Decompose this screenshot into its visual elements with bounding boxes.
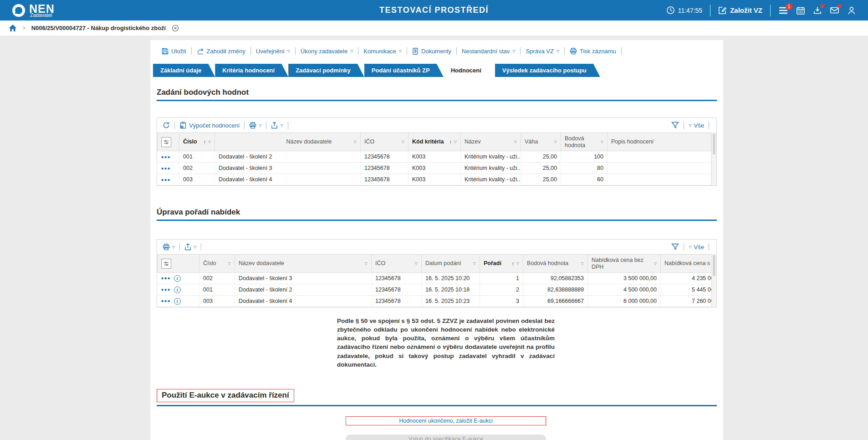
info-icon[interactable]: i xyxy=(174,287,181,293)
show-all-filter[interactable]: ▽ Vše xyxy=(689,244,704,251)
breadcrumb-close-icon[interactable] xyxy=(172,25,179,32)
tab-zakladni-udaje[interactable]: Základní údaje xyxy=(153,64,215,77)
breadcrumb-item[interactable]: N006/25/V00004727 - Nákup drogistického … xyxy=(31,25,166,31)
chevron-down-icon: ▽ xyxy=(259,124,261,128)
column-header-popis[interactable]: Popis hodnocení xyxy=(608,133,711,151)
refresh-button[interactable] xyxy=(163,122,170,129)
column-header-dodavatel[interactable]: Název dodavatele▽ xyxy=(235,255,372,273)
filter-caret-icon[interactable]: ▽ xyxy=(581,262,584,266)
inbox-button[interactable] xyxy=(813,6,822,15)
column-header-ico[interactable]: IČO▽ xyxy=(361,133,408,151)
filter-caret-icon[interactable]: ▽ xyxy=(402,140,404,144)
filter-caret-icon[interactable]: ▽ xyxy=(228,262,231,266)
grid-print-button[interactable]: ▽ xyxy=(163,244,175,251)
filter-caret-icon[interactable]: ▽ xyxy=(208,140,211,144)
column-header-poradi[interactable]: Pořadí↑▽ xyxy=(480,255,523,273)
row-actions-icon[interactable]: ●●● xyxy=(161,177,171,182)
chevron-down-icon: ▽ xyxy=(689,246,691,249)
grid-export-button[interactable]: ▽ xyxy=(271,122,283,129)
column-header-dodavatel[interactable]: Název dodavatele▽ xyxy=(215,133,361,151)
tab-kriteria-hodnoceni[interactable]: Kritéria hodnocení xyxy=(215,64,288,77)
column-settings-icon[interactable] xyxy=(161,259,171,269)
grid-export-button[interactable]: ▽ xyxy=(184,243,196,251)
nen-logo[interactable]: NEN Zadavatel xyxy=(12,3,55,18)
publish-menu[interactable]: Uveřejnění ▽ xyxy=(251,48,295,55)
tab-zadavaci-podminky[interactable]: Zadávací podmínky xyxy=(288,64,364,77)
table-scrollbar[interactable] xyxy=(711,254,716,307)
tab-hodnoceni[interactable]: Hodnocení xyxy=(444,64,495,77)
calculate-scoring-button[interactable]: Výpočet hodnocení xyxy=(179,122,240,129)
filter-button[interactable] xyxy=(671,122,679,129)
grid-print-button[interactable]: ▽ xyxy=(249,122,261,129)
filter-caret-icon[interactable]: ▽ xyxy=(654,262,657,266)
print-record-button[interactable]: Tisk záznamu xyxy=(565,48,621,55)
nonstandard-state-menu[interactable]: Nestandardní stav ▽ xyxy=(457,48,521,55)
tab-podani-ucastniku[interactable]: Podání účastníků ZP xyxy=(364,64,444,77)
row-actions-icon[interactable]: ●●● xyxy=(161,276,171,281)
column-settings-icon[interactable] xyxy=(161,137,171,147)
documents-button[interactable]: Dokumenty xyxy=(407,48,456,55)
filter-caret-icon[interactable]: ▽ xyxy=(354,140,357,144)
communication-menu[interactable]: Komunikace ▽ xyxy=(358,48,407,55)
tab-vysledek[interactable]: Výsledek zadávacího postupu xyxy=(495,64,600,77)
messages-button[interactable] xyxy=(830,6,839,15)
column-header-ico[interactable]: IČO▽ xyxy=(372,255,422,273)
filter-caret-icon[interactable]: ▽ xyxy=(365,262,368,266)
contracting-actions-menu[interactable]: Úkony zadavatele ▽ xyxy=(296,48,358,55)
column-header-cena-s-dph[interactable]: Nabídková cena s DPH xyxy=(661,255,712,273)
divider xyxy=(770,5,771,16)
cell-dodavatel: Dodavatel - školení 3 xyxy=(235,273,372,284)
column-header-bodova-hodnota[interactable]: Bodová hodnota▽ xyxy=(523,255,588,273)
column-header-cena-bez-dph[interactable]: Nabídková cena bez DPH▽ xyxy=(588,255,661,273)
column-header-vaha[interactable]: Váha▽ xyxy=(521,133,561,151)
table-scrollbar[interactable] xyxy=(711,133,716,185)
column-header-cislo[interactable]: Číslo↑▽ xyxy=(179,133,215,151)
divider xyxy=(684,122,684,129)
calendar-button[interactable] xyxy=(796,6,805,15)
filter-caret-icon[interactable]: ▽ xyxy=(473,262,476,266)
column-header-nazev[interactable]: Název▽ xyxy=(461,133,521,151)
filter-caret-icon[interactable]: ▽ xyxy=(554,140,557,144)
column-header-datum-podani[interactable]: Datum podání▽ xyxy=(422,255,480,273)
info-icon[interactable]: i xyxy=(174,275,181,282)
table-row: ●●● 003 Dodavatel - školení 4 12345678 K… xyxy=(158,174,711,185)
user-button[interactable] xyxy=(847,6,856,15)
filter-caret-icon[interactable]: ▽ xyxy=(601,140,603,144)
cell-cislo: 003 xyxy=(199,296,235,307)
cell-kod: K003 xyxy=(408,174,461,185)
discard-changes-button[interactable]: Zahodit změny xyxy=(192,48,250,55)
menu-badge: 1 xyxy=(786,3,792,10)
top-bar: NEN Zadavatel TESTOVACÍ PROSTŘEDÍ 11:47:… xyxy=(0,0,868,20)
filter-caret-icon[interactable]: ▽ xyxy=(514,140,517,144)
column-settings-header[interactable] xyxy=(158,133,179,151)
cell-dodavatel: Dodavatel - školení 3 xyxy=(215,163,361,174)
cell-bodova: 80 xyxy=(561,163,608,174)
column-settings-header[interactable] xyxy=(158,255,199,273)
column-header-bodova-hodnota[interactable]: Bodová hodnota▽ xyxy=(561,133,608,151)
home-icon[interactable] xyxy=(9,24,17,32)
column-header-kod-kriteria[interactable]: Kód kritéria↑▽ xyxy=(408,133,461,151)
export-icon xyxy=(271,122,278,129)
info-icon[interactable]: i xyxy=(174,298,181,305)
finish-evaluation-create-eauction-button[interactable]: Hodnocení ukončeno, založit E-aukci xyxy=(346,416,546,425)
vz-admin-menu[interactable]: Správa VZ ▽ xyxy=(521,48,564,55)
filter-caret-icon[interactable]: ▽ xyxy=(454,140,457,144)
create-vz-button[interactable]: Založit VZ xyxy=(718,6,762,15)
cell-bodova: 92,05882353 xyxy=(523,273,588,284)
row-actions-icon[interactable]: ●●● xyxy=(161,154,171,159)
filter-button[interactable] xyxy=(671,243,679,251)
cell-cena-bez-dph: 4 500 000,00 xyxy=(588,284,661,296)
show-all-filter[interactable]: ▽ Vše xyxy=(689,122,704,129)
cell-ico: 12345678 xyxy=(361,163,408,174)
filter-caret-icon[interactable]: ▽ xyxy=(415,262,418,266)
column-header-cislo[interactable]: Číslo▽ xyxy=(199,255,235,273)
cell-vaha: 25,00 xyxy=(521,174,561,185)
menu-button[interactable]: 1 xyxy=(778,6,788,15)
filter-caret-icon[interactable]: ▽ xyxy=(516,262,519,266)
row-actions-icon[interactable]: ●●● xyxy=(161,287,171,292)
row-actions-icon[interactable]: ●●● xyxy=(161,299,171,303)
legal-note: Podle § 50 ve spojení s § 53 odst. 5 ZZV… xyxy=(337,317,555,369)
chevron-down-icon: ▽ xyxy=(399,50,402,53)
row-actions-icon[interactable]: ●●● xyxy=(161,166,171,171)
save-button[interactable]: Uložit xyxy=(157,48,191,55)
